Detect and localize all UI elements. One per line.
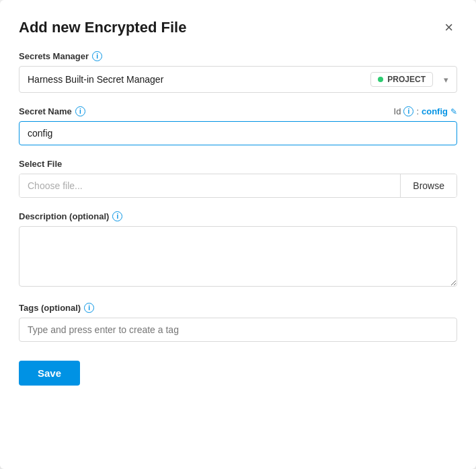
secret-name-info-icon[interactable]: i: [75, 106, 85, 116]
tags-field: Tags (optional) i: [19, 303, 457, 342]
secret-name-label-row: Secret Name i Id i : config ✎: [19, 106, 457, 116]
close-button[interactable]: ×: [440, 19, 457, 36]
project-badge: PROJECT: [370, 72, 433, 87]
description-textarea[interactable]: [19, 226, 457, 287]
green-dot-icon: [378, 77, 383, 82]
select-file-label: Select File: [19, 159, 457, 169]
secrets-manager-label: Secrets Manager i: [19, 51, 457, 61]
description-field: Description (optional) i: [19, 211, 457, 289]
project-badge-label: PROJECT: [387, 75, 426, 84]
secret-name-label: Secret Name i: [19, 106, 85, 116]
tags-input[interactable]: [19, 318, 457, 342]
secret-name-input[interactable]: [19, 121, 457, 145]
select-file-field: Select File Choose file... Browse: [19, 159, 457, 198]
save-button[interactable]: Save: [19, 361, 80, 386]
file-placeholder: Choose file...: [19, 174, 400, 197]
secrets-manager-value: Harness Built-in Secret Manager: [28, 74, 364, 85]
id-label-row: Id i : config ✎: [394, 106, 457, 116]
secrets-manager-field: Secrets Manager i Harness Built-in Secre…: [19, 51, 457, 93]
modal-header: Add new Encrypted File ×: [19, 19, 457, 36]
id-value: config: [422, 106, 448, 116]
tags-info-icon[interactable]: i: [84, 303, 94, 313]
description-label: Description (optional) i: [19, 211, 457, 221]
tags-label: Tags (optional) i: [19, 303, 457, 313]
chevron-down-icon: ▾: [444, 75, 448, 85]
secrets-manager-dropdown[interactable]: Harness Built-in Secret Manager PROJECT …: [19, 66, 457, 93]
modal-title: Add new Encrypted File: [19, 19, 186, 36]
browse-button[interactable]: Browse: [400, 174, 457, 197]
secret-name-field: Secret Name i Id i : config ✎: [19, 106, 457, 145]
secrets-manager-info-icon[interactable]: i: [92, 51, 102, 61]
file-input-row: Choose file... Browse: [19, 174, 457, 198]
id-info-icon[interactable]: i: [403, 106, 413, 116]
edit-icon[interactable]: ✎: [450, 107, 457, 116]
modal-container: Add new Encrypted File × Secrets Manager…: [0, 0, 476, 469]
description-info-icon[interactable]: i: [112, 211, 122, 221]
